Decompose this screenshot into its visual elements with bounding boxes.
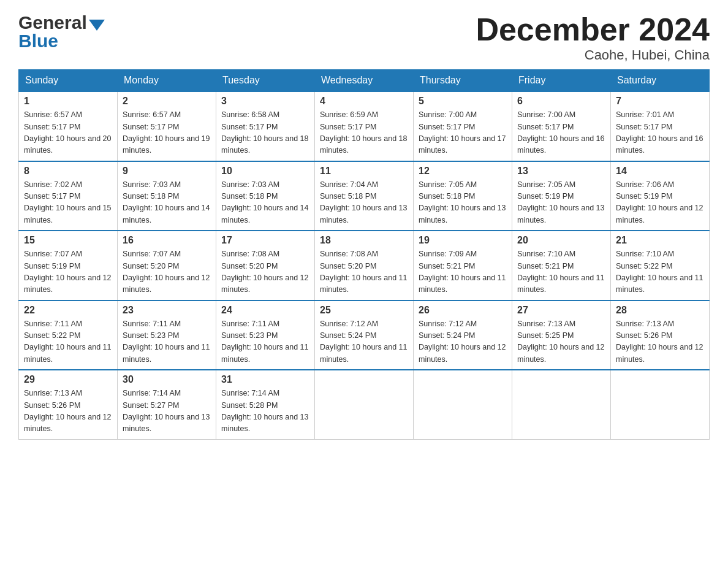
day-number: 30 [123, 374, 211, 385]
day-number: 8 [24, 166, 112, 177]
logo-arrow-icon [89, 20, 105, 31]
calendar-week-row: 15 Sunrise: 7:07 AMSunset: 5:19 PMDaylig… [19, 231, 710, 301]
day-info: Sunrise: 7:07 AMSunset: 5:19 PMDaylight:… [24, 250, 111, 294]
day-header-wednesday: Wednesday [315, 70, 414, 92]
calendar-day-cell: 25 Sunrise: 7:12 AMSunset: 5:24 PMDaylig… [315, 301, 414, 370]
day-number: 11 [320, 166, 408, 177]
calendar-day-cell: 23 Sunrise: 7:11 AMSunset: 5:23 PMDaylig… [118, 301, 216, 370]
day-info: Sunrise: 7:13 AMSunset: 5:25 PMDaylight:… [517, 320, 604, 364]
day-info: Sunrise: 6:59 AMSunset: 5:17 PMDaylight:… [320, 110, 407, 155]
day-number: 19 [419, 235, 507, 246]
day-header-thursday: Thursday [414, 70, 512, 92]
calendar-day-cell: 18 Sunrise: 7:08 AMSunset: 5:20 PMDaylig… [315, 231, 414, 301]
calendar-week-row: 22 Sunrise: 7:11 AMSunset: 5:22 PMDaylig… [19, 301, 710, 370]
day-info: Sunrise: 7:08 AMSunset: 5:20 PMDaylight:… [320, 250, 407, 294]
day-info: Sunrise: 7:05 AMSunset: 5:18 PMDaylight:… [419, 180, 506, 224]
calendar-title: December 2024 [476, 12, 710, 47]
calendar-day-cell: 5 Sunrise: 7:00 AMSunset: 5:17 PMDayligh… [414, 91, 512, 161]
day-info: Sunrise: 7:03 AMSunset: 5:18 PMDaylight:… [221, 180, 308, 224]
calendar-day-cell: 12 Sunrise: 7:05 AMSunset: 5:18 PMDaylig… [414, 161, 512, 231]
day-number: 1 [24, 96, 112, 107]
day-number: 26 [419, 305, 507, 316]
calendar-header-row: SundayMondayTuesdayWednesdayThursdayFrid… [19, 70, 710, 92]
calendar-day-cell: 10 Sunrise: 7:03 AMSunset: 5:18 PMDaylig… [216, 161, 315, 231]
day-info: Sunrise: 7:13 AMSunset: 5:26 PMDaylight:… [24, 389, 111, 433]
day-number: 31 [221, 374, 309, 385]
day-number: 2 [123, 96, 211, 107]
calendar-day-cell: 17 Sunrise: 7:08 AMSunset: 5:20 PMDaylig… [216, 231, 315, 301]
calendar-day-cell: 3 Sunrise: 6:58 AMSunset: 5:17 PMDayligh… [216, 91, 315, 161]
calendar-empty-cell [611, 370, 710, 439]
day-info: Sunrise: 7:14 AMSunset: 5:27 PMDaylight:… [123, 389, 210, 433]
day-info: Sunrise: 7:09 AMSunset: 5:21 PMDaylight:… [419, 250, 506, 294]
calendar-day-cell: 30 Sunrise: 7:14 AMSunset: 5:27 PMDaylig… [118, 370, 216, 439]
day-info: Sunrise: 7:10 AMSunset: 5:22 PMDaylight:… [616, 250, 703, 294]
day-number: 20 [517, 235, 605, 246]
day-number: 6 [517, 96, 605, 107]
day-number: 12 [419, 166, 507, 177]
logo-blue-text: Blue [18, 31, 105, 52]
day-header-friday: Friday [512, 70, 611, 92]
calendar-day-cell: 4 Sunrise: 6:59 AMSunset: 5:17 PMDayligh… [315, 91, 414, 161]
day-number: 17 [221, 235, 309, 246]
day-info: Sunrise: 7:12 AMSunset: 5:24 PMDaylight:… [419, 320, 506, 364]
calendar-day-cell: 1 Sunrise: 6:57 AMSunset: 5:17 PMDayligh… [19, 91, 118, 161]
day-info: Sunrise: 7:14 AMSunset: 5:28 PMDaylight:… [221, 389, 308, 433]
calendar-day-cell: 11 Sunrise: 7:04 AMSunset: 5:18 PMDaylig… [315, 161, 414, 231]
logo: General Blue [18, 12, 105, 52]
day-info: Sunrise: 7:08 AMSunset: 5:20 PMDaylight:… [221, 250, 308, 294]
day-info: Sunrise: 7:13 AMSunset: 5:26 PMDaylight:… [616, 320, 703, 364]
day-number: 29 [24, 374, 112, 385]
day-info: Sunrise: 7:06 AMSunset: 5:19 PMDaylight:… [616, 180, 703, 224]
day-info: Sunrise: 6:57 AMSunset: 5:17 PMDaylight:… [24, 110, 111, 155]
calendar-empty-cell [414, 370, 512, 439]
day-info: Sunrise: 7:10 AMSunset: 5:21 PMDaylight:… [517, 250, 604, 294]
calendar-day-cell: 29 Sunrise: 7:13 AMSunset: 5:26 PMDaylig… [19, 370, 118, 439]
day-number: 10 [221, 166, 309, 177]
calendar-day-cell: 26 Sunrise: 7:12 AMSunset: 5:24 PMDaylig… [414, 301, 512, 370]
day-number: 14 [616, 166, 704, 177]
calendar-week-row: 8 Sunrise: 7:02 AMSunset: 5:17 PMDayligh… [19, 161, 710, 231]
calendar-week-row: 29 Sunrise: 7:13 AMSunset: 5:26 PMDaylig… [19, 370, 710, 439]
calendar-day-cell: 31 Sunrise: 7:14 AMSunset: 5:28 PMDaylig… [216, 370, 315, 439]
day-number: 16 [123, 235, 211, 246]
day-number: 7 [616, 96, 704, 107]
calendar-empty-cell [512, 370, 611, 439]
calendar-day-cell: 27 Sunrise: 7:13 AMSunset: 5:25 PMDaylig… [512, 301, 611, 370]
calendar-day-cell: 13 Sunrise: 7:05 AMSunset: 5:19 PMDaylig… [512, 161, 611, 231]
calendar-week-row: 1 Sunrise: 6:57 AMSunset: 5:17 PMDayligh… [19, 91, 710, 161]
day-number: 22 [24, 305, 112, 316]
day-number: 24 [221, 305, 309, 316]
day-number: 28 [616, 305, 704, 316]
day-info: Sunrise: 7:05 AMSunset: 5:19 PMDaylight:… [517, 180, 604, 224]
day-number: 3 [221, 96, 309, 107]
calendar-day-cell: 6 Sunrise: 7:00 AMSunset: 5:17 PMDayligh… [512, 91, 611, 161]
calendar-day-cell: 2 Sunrise: 6:57 AMSunset: 5:17 PMDayligh… [118, 91, 216, 161]
day-number: 25 [320, 305, 408, 316]
day-header-sunday: Sunday [19, 70, 118, 92]
day-info: Sunrise: 7:12 AMSunset: 5:24 PMDaylight:… [320, 320, 407, 364]
day-number: 27 [517, 305, 605, 316]
page-header: General Blue December 2024 Caohe, Hubei,… [18, 12, 710, 63]
day-info: Sunrise: 7:04 AMSunset: 5:18 PMDaylight:… [320, 180, 407, 224]
day-info: Sunrise: 7:11 AMSunset: 5:22 PMDaylight:… [24, 320, 111, 364]
day-header-monday: Monday [118, 70, 216, 92]
day-info: Sunrise: 6:57 AMSunset: 5:17 PMDaylight:… [123, 110, 210, 155]
day-header-saturday: Saturday [611, 70, 710, 92]
day-info: Sunrise: 7:00 AMSunset: 5:17 PMDaylight:… [419, 110, 506, 155]
day-info: Sunrise: 7:01 AMSunset: 5:17 PMDaylight:… [616, 110, 703, 155]
day-info: Sunrise: 7:02 AMSunset: 5:17 PMDaylight:… [24, 180, 111, 224]
day-info: Sunrise: 7:00 AMSunset: 5:17 PMDaylight:… [517, 110, 604, 155]
day-number: 4 [320, 96, 408, 107]
calendar-day-cell: 7 Sunrise: 7:01 AMSunset: 5:17 PMDayligh… [611, 91, 710, 161]
calendar-day-cell: 14 Sunrise: 7:06 AMSunset: 5:19 PMDaylig… [611, 161, 710, 231]
title-block: December 2024 Caohe, Hubei, China [476, 12, 710, 63]
calendar-day-cell: 9 Sunrise: 7:03 AMSunset: 5:18 PMDayligh… [118, 161, 216, 231]
calendar-day-cell: 20 Sunrise: 7:10 AMSunset: 5:21 PMDaylig… [512, 231, 611, 301]
calendar-subtitle: Caohe, Hubei, China [476, 47, 710, 63]
day-header-tuesday: Tuesday [216, 70, 315, 92]
calendar-day-cell: 22 Sunrise: 7:11 AMSunset: 5:22 PMDaylig… [19, 301, 118, 370]
logo-general-text: General [18, 12, 87, 33]
day-info: Sunrise: 6:58 AMSunset: 5:17 PMDaylight:… [221, 110, 308, 155]
day-info: Sunrise: 7:11 AMSunset: 5:23 PMDaylight:… [123, 320, 210, 364]
